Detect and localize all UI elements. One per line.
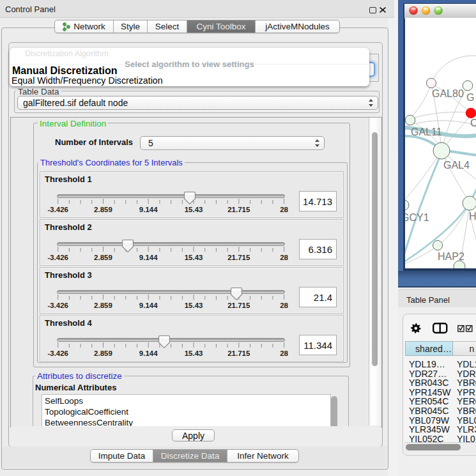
svg-text:C: C xyxy=(470,118,476,128)
svg-text:GAL11: GAL11 xyxy=(411,127,442,137)
svg-text:HAP2: HAP2 xyxy=(438,251,464,262)
svg-text:GCY1: GCY1 xyxy=(405,212,429,223)
svg-text:GAL80: GAL80 xyxy=(432,88,464,99)
svg-text:G: G xyxy=(466,92,474,103)
svg-text:GAL4: GAL4 xyxy=(443,160,470,171)
svg-text:H: H xyxy=(469,211,476,222)
